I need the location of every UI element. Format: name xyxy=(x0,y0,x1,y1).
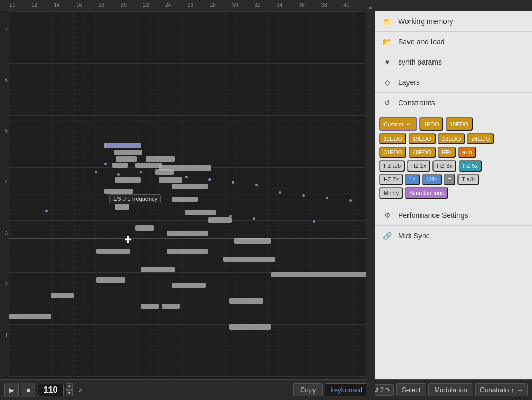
note-dot xyxy=(117,173,120,176)
ruler-mark: 40 xyxy=(343,2,349,8)
note-dot xyxy=(349,199,352,202)
note-bar[interactable] xyxy=(172,184,208,189)
note-bar[interactable] xyxy=(172,197,198,202)
forward-button[interactable]: > xyxy=(75,386,85,394)
note-bar[interactable] xyxy=(172,283,206,288)
note-dot xyxy=(229,215,232,217)
midi-sync-icon: 🔗 xyxy=(381,230,393,241)
note-dot xyxy=(45,210,48,212)
notes-area[interactable]: 1/3 the frequency ✚ xyxy=(0,11,375,379)
note-bar[interactable] xyxy=(159,177,182,183)
note-dot xyxy=(185,176,188,178)
tempo-up[interactable]: ▲ xyxy=(66,383,73,390)
tempo-spinner[interactable]: ▲ ▼ xyxy=(66,383,73,396)
note-bar[interactable] xyxy=(234,238,271,244)
chip-=[interactable]: = xyxy=(444,174,455,185)
note-bar[interactable] xyxy=(115,204,129,210)
note-bar[interactable] xyxy=(155,169,174,175)
note-bar[interactable] xyxy=(112,163,128,168)
bottom-bar: ▶ ■ ▲ ▼ > Copy keybooard ↺ 2 ↷ Select Mo… xyxy=(0,379,532,400)
sidebar-section-midi-sync[interactable]: 🔗Midi Sync xyxy=(375,226,532,246)
chip-48edo[interactable]: 48EDO xyxy=(409,147,436,158)
copy-button[interactable]: Copy xyxy=(293,383,323,396)
sidebar: 📁Working memory📂Save and load♥synth para… xyxy=(375,11,532,379)
note-bar[interactable] xyxy=(105,143,141,148)
keyboard-button[interactable]: keybooard xyxy=(325,383,368,396)
note-bar[interactable] xyxy=(146,156,175,162)
tooltip: 1/3 the frequency xyxy=(109,194,161,203)
select-button[interactable]: Select xyxy=(396,383,426,396)
chip-12edo[interactable]: 12EDO xyxy=(379,133,406,144)
chip-monly[interactable]: Monly xyxy=(379,187,403,199)
note-bar[interactable] xyxy=(51,293,74,298)
note-bar[interactable] xyxy=(116,156,137,162)
note-dot xyxy=(208,178,211,181)
chip-1×[interactable]: 1× xyxy=(405,174,420,185)
note-bar[interactable] xyxy=(141,304,159,309)
synth-params-label: synth params xyxy=(398,58,442,66)
play-button[interactable]: ▶ xyxy=(4,383,19,397)
note-bar[interactable] xyxy=(104,189,133,194)
chip-hz-7x[interactable]: HZ 7x xyxy=(379,174,403,185)
sidebar-section-working-memory[interactable]: 📁Working memory xyxy=(375,11,532,32)
note-bar[interactable] xyxy=(167,249,208,254)
performance-settings-label: Performance Settings xyxy=(398,211,468,220)
chip-22edo[interactable]: 22EDO xyxy=(438,133,465,144)
note-bar[interactable] xyxy=(208,217,232,223)
note-bar[interactable] xyxy=(96,277,125,283)
ruler-mark: 28 xyxy=(210,2,216,8)
chip-t-a/b[interactable]: T a/b xyxy=(457,174,479,185)
constrain-label: Constrain xyxy=(480,386,509,394)
chip-1edo[interactable]: 1EDO xyxy=(419,117,443,131)
note-dot xyxy=(232,181,234,184)
chip-simultaneous[interactable]: Simultaneous xyxy=(405,187,448,199)
chip-24edo[interactable]: 24EDO xyxy=(467,133,494,144)
chip-31edo[interactable]: 31EDO xyxy=(379,147,406,158)
ruler-mark: 22 xyxy=(143,2,149,8)
crosshair-vertical xyxy=(128,11,128,379)
note-dot xyxy=(302,194,305,197)
redo-label[interactable]: ↷ xyxy=(385,386,390,394)
chip-1/4×[interactable]: 1/4× xyxy=(422,174,442,185)
note-bar[interactable] xyxy=(9,314,51,319)
chip-hz-3x[interactable]: HZ 3x xyxy=(432,160,456,172)
sidebar-section-performance-settings[interactable]: ⚙Performance Settings xyxy=(375,205,532,226)
collapse-button[interactable]: » xyxy=(366,11,375,379)
note-bar[interactable] xyxy=(135,163,162,168)
modulation-button[interactable]: Modulation xyxy=(428,383,473,396)
sidebar-section-save-load[interactable]: 📂Save and load xyxy=(375,32,532,52)
piano-roll[interactable]: 7654321 1/3 the frequency ✚ xyxy=(0,11,375,379)
sidebar-section-synth-params[interactable]: ♥synth params xyxy=(375,52,532,72)
note-bar[interactable] xyxy=(115,177,141,183)
sidebar-section-layers[interactable]: ◇Layers xyxy=(375,72,532,93)
tempo-input[interactable] xyxy=(38,384,64,396)
sidebar-section-constraints[interactable]: ↺Constraints xyxy=(375,93,532,113)
note-bar[interactable] xyxy=(185,210,216,215)
note-bar[interactable] xyxy=(271,272,373,277)
note-bar[interactable] xyxy=(114,150,142,155)
note-bar[interactable] xyxy=(135,225,154,231)
chips-row-3: 31EDO48EDOFFxa×b xyxy=(379,147,528,158)
constrain-button[interactable]: Constrain ↑ → xyxy=(475,383,528,396)
chip-hz-2x[interactable]: HZ 2x xyxy=(407,160,430,172)
note-dot xyxy=(253,217,255,220)
chip-ffx[interactable]: FFx xyxy=(438,147,456,158)
chip-19edo[interactable]: 19EDO xyxy=(409,133,436,144)
tempo-down[interactable]: ▼ xyxy=(66,390,73,396)
undo-label[interactable]: ↺ 2 xyxy=(374,386,384,394)
chip-hz-a/b[interactable]: HZ a/b xyxy=(379,160,405,172)
chip-hz-5x[interactable]: HZ 5x xyxy=(459,160,482,172)
note-bar[interactable] xyxy=(167,231,208,236)
performance-settings-icon: ⚙ xyxy=(381,210,393,221)
chip-10edo[interactable]: 10EDO xyxy=(446,117,473,131)
note-bar[interactable] xyxy=(229,298,263,304)
chip-a×b[interactable]: a×b xyxy=(458,147,476,158)
note-dot xyxy=(162,171,164,173)
chip-custom[interactable]: Custom ✏ xyxy=(379,117,417,131)
note-bar[interactable] xyxy=(96,249,130,254)
note-bar[interactable] xyxy=(141,267,175,272)
note-bar[interactable] xyxy=(229,324,271,330)
note-bar[interactable] xyxy=(162,304,180,309)
note-bar[interactable] xyxy=(223,257,275,262)
stop-button[interactable]: ■ xyxy=(21,383,35,397)
